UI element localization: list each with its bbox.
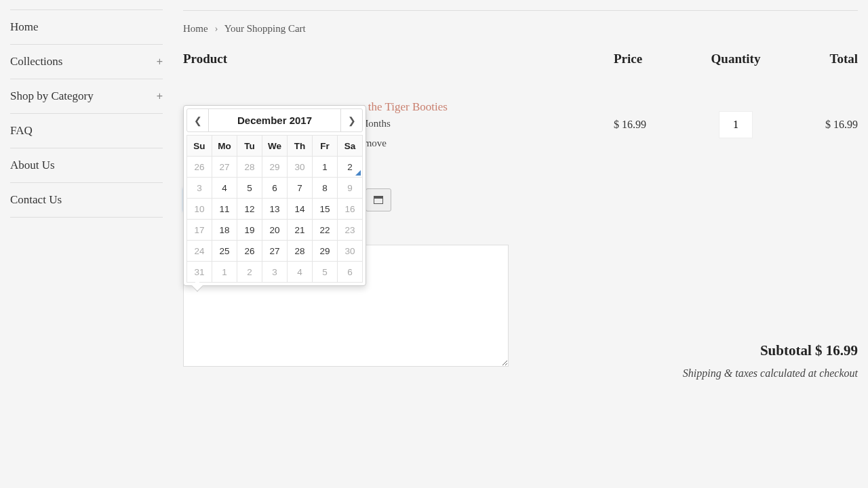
datepicker-day[interactable]: 6	[262, 178, 288, 199]
datepicker-day[interactable]: 2	[237, 262, 262, 283]
calendar-icon	[374, 196, 383, 204]
sidebar-item-faq[interactable]: FAQ	[10, 113, 163, 148]
datepicker-day[interactable]: 21	[288, 220, 313, 241]
datepicker-day[interactable]: 12	[237, 199, 262, 220]
expand-icon[interactable]: +	[157, 56, 163, 68]
sidebar-item-shop-by-category[interactable]: Shop by Category+	[10, 79, 163, 114]
sidebar-item-label: FAQ	[10, 124, 33, 138]
sidebar: Home Collections+ Shop by Category+ FAQ …	[10, 10, 163, 369]
quantity-cell	[695, 111, 776, 138]
breadcrumb-home[interactable]: Home	[183, 23, 208, 34]
item-total: $ 16.99	[776, 119, 858, 131]
expand-icon[interactable]: +	[157, 90, 163, 102]
sidebar-item-home[interactable]: Home	[10, 9, 163, 45]
calendar-button[interactable]	[366, 188, 391, 211]
col-quantity: Quantity	[695, 52, 776, 66]
datepicker-day[interactable]: 7	[288, 178, 313, 199]
dow-cell: Fr	[313, 136, 338, 157]
sidebar-item-contact-us[interactable]: Contact Us	[10, 182, 163, 218]
datepicker-day[interactable]: 5	[237, 178, 262, 199]
datepicker-day[interactable]: 19	[237, 220, 262, 241]
subtotal-label: Subtotal	[760, 342, 812, 359]
col-price: Price	[614, 52, 695, 66]
datepicker-day[interactable]: 24	[187, 241, 212, 262]
dow-cell: Tu	[237, 136, 262, 157]
datepicker-day[interactable]: 26	[187, 157, 212, 178]
datepicker-title[interactable]: December 2017	[209, 109, 340, 131]
sidebar-item-label: Shop by Category	[10, 89, 94, 103]
sidebar-item-collections[interactable]: Collections+	[10, 44, 163, 79]
sidebar-item-about-us[interactable]: About Us	[10, 148, 163, 183]
datepicker-day[interactable]: 3	[262, 262, 288, 283]
datepicker-day[interactable]: 16	[338, 199, 363, 220]
datepicker-day[interactable]: 17	[187, 220, 212, 241]
remove-link[interactable]: emove	[359, 138, 614, 149]
col-total: Total	[776, 52, 858, 66]
sidebar-item-label: Home	[10, 20, 39, 34]
datepicker-day[interactable]: 11	[212, 199, 237, 220]
datepicker-day[interactable]: 3	[187, 178, 212, 199]
col-product: Product	[183, 52, 614, 66]
datepicker-day[interactable]: 29	[262, 157, 288, 178]
datepicker-dow-row: SuMoTuWeThFrSa	[187, 136, 363, 157]
datepicker-day[interactable]: 1	[313, 157, 338, 178]
chevron-right-icon: ❯	[348, 115, 356, 126]
datepicker-day[interactable]: 26	[237, 241, 262, 262]
sidebar-item-label: Collections	[10, 55, 62, 68]
datepicker-day[interactable]: 30	[288, 157, 313, 178]
datepicker-day[interactable]: 2	[338, 157, 363, 178]
datepicker-day[interactable]: 13	[262, 199, 288, 220]
datepicker-day[interactable]: 18	[212, 220, 237, 241]
quantity-input[interactable]	[719, 111, 753, 138]
datepicker-week: 3456789	[187, 178, 363, 199]
item-price: $ 16.99	[614, 119, 695, 131]
datepicker-day[interactable]: 5	[313, 262, 338, 283]
main-content: Home › Your Shopping Cart Product Price …	[183, 10, 858, 369]
datepicker-day[interactable]: 28	[237, 157, 262, 178]
datepicker-week: 17181920212223	[187, 220, 363, 241]
subtotal-line: Subtotal $ 16.99	[683, 342, 858, 359]
datepicker-day[interactable]: 29	[313, 241, 338, 262]
dow-cell: Su	[187, 136, 212, 157]
datepicker-day[interactable]: 30	[338, 241, 363, 262]
datepicker-day[interactable]: 25	[212, 241, 237, 262]
breadcrumb: Home › Your Shopping Cart	[183, 23, 858, 35]
datepicker-week: 24252627282930	[187, 241, 363, 262]
datepicker-week: 10111213141516	[187, 199, 363, 220]
dow-cell: Sa	[338, 136, 363, 157]
dow-cell: Mo	[212, 136, 237, 157]
order-summary: Subtotal $ 16.99 Shipping & taxes calcul…	[683, 342, 858, 380]
datepicker-popover: ❮ December 2017 ❯ SuMoTuWeThFrSa 2627282…	[183, 105, 366, 286]
dow-cell: We	[262, 136, 288, 157]
datepicker-day[interactable]: 8	[313, 178, 338, 199]
datepicker-day[interactable]: 15	[313, 199, 338, 220]
shipping-note: Shipping & taxes calculated at checkout	[683, 367, 858, 380]
datepicker-day[interactable]: 14	[288, 199, 313, 220]
datepicker-day[interactable]: 28	[288, 241, 313, 262]
datepicker-day[interactable]: 4	[288, 262, 313, 283]
datepicker-day[interactable]: 1	[212, 262, 237, 283]
dow-cell: Th	[288, 136, 313, 157]
datepicker-day[interactable]: 6	[338, 262, 363, 283]
datepicker-next-button[interactable]: ❯	[340, 109, 362, 131]
datepicker-day[interactable]: 22	[313, 220, 338, 241]
datepicker-prev-button[interactable]: ❮	[187, 109, 209, 131]
datepicker-header: ❮ December 2017 ❯	[186, 108, 363, 132]
breadcrumb-current: Your Shopping Cart	[224, 23, 306, 34]
datepicker-day[interactable]: 27	[212, 157, 237, 178]
subtotal-value: $ 16.99	[815, 342, 858, 359]
datepicker-grid: SuMoTuWeThFrSa 2627282930123456789101112…	[186, 135, 363, 283]
datepicker-day[interactable]: 27	[262, 241, 288, 262]
breadcrumb-separator: ›	[214, 23, 218, 34]
datepicker-day[interactable]: 31	[187, 262, 212, 283]
datepicker-day[interactable]: 20	[262, 220, 288, 241]
datepicker-day[interactable]: 10	[187, 199, 212, 220]
sidebar-item-label: About Us	[10, 159, 55, 172]
product-title[interactable]: x the Tiger Booties	[359, 100, 614, 114]
datepicker-day[interactable]: 23	[338, 220, 363, 241]
chevron-left-icon: ❮	[194, 115, 202, 126]
divider	[183, 10, 858, 11]
datepicker-week: 262728293012	[187, 157, 363, 178]
datepicker-day[interactable]: 9	[338, 178, 363, 199]
datepicker-day[interactable]: 4	[212, 178, 237, 199]
